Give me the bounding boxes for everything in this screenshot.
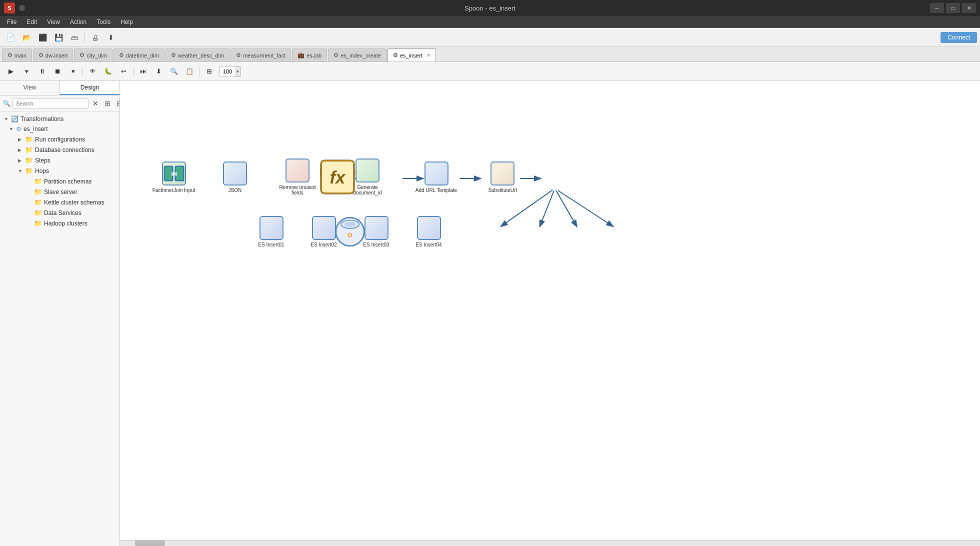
- copy-button[interactable]: 📋: [182, 65, 196, 78]
- tree-item-db-connections[interactable]: ▶ 📁 Database connections: [0, 144, 120, 155]
- preview-button[interactable]: 👁: [86, 65, 100, 78]
- stop-button[interactable]: ⏹: [50, 65, 64, 78]
- menu-file[interactable]: File: [2, 18, 22, 26]
- open-button[interactable]: 📂: [19, 30, 34, 44]
- expand-tree-button[interactable]: ⊞: [102, 98, 112, 108]
- tab-es-job[interactable]: 💼 es-job: [292, 48, 327, 62]
- sidebar: View Design 🔍 ✕ ⊞ ⊟ ▼ 🔄 Transformations …: [0, 81, 120, 546]
- tab-close-es-insert[interactable]: ✕: [426, 52, 430, 58]
- node-icon-factinnerjoin: ⋈: [162, 162, 186, 186]
- canvas-area[interactable]: ⋈ FactInnerJoin Input {} JSON: [120, 81, 980, 546]
- arrow-gap-5: [460, 176, 480, 178]
- sidebar-tree: ▼ 🔄 Transformations ▼ ⚙ es_insert ▶ 📁 Ru…: [0, 112, 120, 546]
- connect-button[interactable]: Connect: [940, 32, 977, 43]
- pause-button[interactable]: ⏸: [35, 65, 49, 78]
- svg-point-40: [344, 222, 356, 227]
- tree-arrow-db-connections: ▶: [18, 148, 23, 152]
- search-input[interactable]: [12, 98, 88, 108]
- svg-rect-9: [164, 166, 172, 180]
- tree-item-es-insert[interactable]: ▼ ⚙ es_insert: [0, 124, 120, 134]
- tree-item-kettle-cluster[interactable]: 📁 Kettle cluster schemas: [0, 197, 120, 208]
- svg-line-8: [558, 190, 612, 226]
- arrow-gap-3: [322, 176, 342, 178]
- replay-button[interactable]: ↩: [116, 65, 130, 78]
- tree-item-partition-schemas[interactable]: 📁 Partition schemas: [0, 176, 120, 186]
- skip-button[interactable]: ⏭: [136, 65, 150, 78]
- node-add-url[interactable]: URL ⊕ Add URL Template: [412, 162, 460, 193]
- tab-es-insert[interactable]: ⚙ es_insert ✕: [388, 48, 436, 62]
- tab-datetime-dim[interactable]: ⚙ datetime_dim: [114, 48, 164, 62]
- maximize-button[interactable]: ▭: [946, 3, 960, 13]
- menu-action[interactable]: Action: [65, 18, 92, 26]
- tree-item-steps[interactable]: ▶ 📁 Steps: [0, 155, 120, 166]
- menu-help[interactable]: Help: [116, 18, 138, 26]
- node-generate-doc[interactable]: ID Generate document_id: [342, 158, 392, 196]
- close-button[interactable]: ✕: [962, 3, 976, 13]
- tab-measurment-fact[interactable]: ⚙ measurment_fact: [230, 48, 291, 62]
- debug-button[interactable]: 🐛: [101, 65, 115, 78]
- tree-item-hops[interactable]: ▼ 📁 Hops: [0, 166, 120, 176]
- grid-button[interactable]: ⊞: [202, 65, 216, 78]
- save-as-button[interactable]: 🗃: [67, 30, 82, 44]
- tree-item-slave-server[interactable]: 📁 Slave server: [0, 186, 120, 197]
- sidebar-search-area: 🔍 ✕ ⊞ ⊟: [0, 96, 120, 112]
- tab-dw-insert[interactable]: ⚙ dw-insert: [33, 48, 74, 62]
- tab-es-index-create[interactable]: ⚙ es_index_create: [328, 48, 386, 62]
- close-file-button[interactable]: ⬛: [35, 30, 50, 44]
- tree-item-data-services[interactable]: 📁 Data Services: [0, 208, 120, 218]
- node-factinnerjoin[interactable]: ⋈ FactInnerJoin Input: [150, 162, 198, 193]
- zoom-control: 100 ▾: [220, 66, 241, 77]
- stop-dropdown-button[interactable]: ▾: [66, 65, 80, 78]
- sidebar-tabs: View Design: [0, 81, 120, 96]
- tab-icon-weather-desc-dim: ⚙: [171, 52, 176, 58]
- print-button[interactable]: 🖨: [88, 30, 102, 44]
- tree-item-transformations[interactable]: ▼ 🔄 Transformations: [0, 114, 120, 124]
- folder-icon-slave-server: 📁: [34, 188, 42, 196]
- node-es-insert02[interactable]: ⚙ ES Insert02: [302, 216, 345, 248]
- tree-arrow-hops: ▼: [18, 168, 23, 174]
- tab-main[interactable]: ⚙ main: [2, 48, 32, 62]
- zoom-dropdown-button[interactable]: ▾: [235, 66, 240, 76]
- tree-item-run-configs[interactable]: ▶ 📁 Run configurations: [0, 134, 120, 144]
- node-label-remove-unused: Remove unused fields: [275, 184, 320, 196]
- run-dropdown-button[interactable]: ▾: [20, 65, 34, 78]
- node-label-substitute-url: SubstituteUrl: [488, 188, 516, 193]
- folder-icon-db-connections: 📁: [25, 146, 33, 154]
- node-es-insert04[interactable]: ⚙ ES Insert04: [408, 216, 450, 248]
- new-button[interactable]: 📄: [3, 30, 18, 44]
- arrow-gap-1: [198, 176, 218, 178]
- sidebar-tab-view[interactable]: View: [0, 81, 60, 95]
- tree-arrow-transformations: ▼: [4, 116, 9, 122]
- canvas-scrollbar[interactable]: [120, 540, 980, 546]
- node-label-es-insert03: ES Insert03: [363, 242, 389, 248]
- scrollbar-thumb[interactable]: [135, 540, 165, 546]
- menu-view[interactable]: View: [42, 18, 65, 26]
- save-button[interactable]: 💾: [51, 30, 66, 44]
- run-sep-3: [199, 66, 200, 76]
- node-icon-es-insert01: ⚙: [260, 216, 284, 240]
- menu-edit[interactable]: Edit: [22, 18, 42, 26]
- clear-search-button[interactable]: ✕: [90, 98, 100, 108]
- sidebar-tab-design[interactable]: Design: [60, 81, 120, 95]
- node-substitute-url[interactable]: fx SubstituteUrl: [480, 162, 525, 193]
- node-json[interactable]: {} JSON: [218, 162, 252, 193]
- tab-weather-desc-dim[interactable]: ⚙ weather_desc_dim: [166, 48, 230, 62]
- menu-bar: File Edit View Action Tools Help: [0, 16, 980, 28]
- run-button[interactable]: ▶: [4, 65, 18, 78]
- menu-tools[interactable]: Tools: [92, 18, 116, 26]
- collapse-tree-button[interactable]: ⊟: [114, 98, 120, 108]
- minimize-button[interactable]: ─: [930, 3, 944, 13]
- tree-item-hadoop-clusters[interactable]: 📁 Hadoop clusters: [0, 218, 120, 228]
- sniff-button[interactable]: 🔍: [167, 65, 181, 78]
- inject-button[interactable]: ⬇: [152, 65, 166, 78]
- node-label-es-insert04: ES Insert04: [416, 242, 442, 248]
- node-es-insert03[interactable]: ⚙ ES Insert03: [355, 216, 398, 248]
- tab-city-dim[interactable]: ⚙ city_dim: [74, 48, 112, 62]
- explore-button[interactable]: ⬇: [104, 30, 118, 44]
- node-remove-unused[interactable]: Remove Remove unused fields: [272, 158, 322, 196]
- node-label-factinnerjoin: FactInnerJoin Input: [152, 188, 196, 193]
- node-es-insert01[interactable]: ⚙ ES Insert01: [250, 216, 292, 248]
- main-area: View Design 🔍 ✕ ⊞ ⊟ ▼ 🔄 Transformations …: [0, 81, 980, 546]
- tab-icon-datetime-dim: ⚙: [119, 52, 124, 58]
- search-icon: 🔍: [3, 100, 10, 107]
